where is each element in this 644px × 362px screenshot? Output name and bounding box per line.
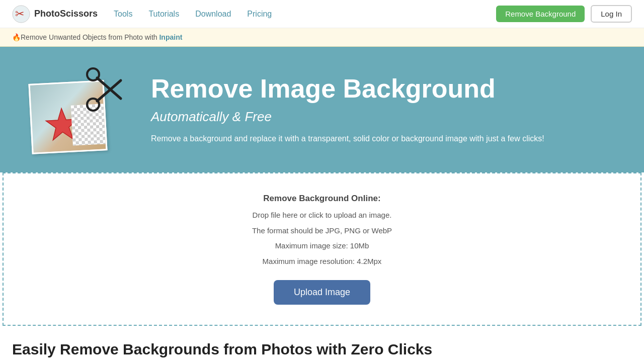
nav-right: Remove Background Log In <box>496 5 632 23</box>
hero-description: Remove a background and replace it with … <box>151 133 564 145</box>
nav-link-tools[interactable]: Tools <box>114 10 132 19</box>
announcement-bar: 🔥Remove Unwanted Objects from Photo with… <box>0 28 644 47</box>
upload-line1: Drop file here or click to upload an ima… <box>14 209 630 222</box>
svg-line-6 <box>97 80 121 101</box>
login-button[interactable]: Log In <box>591 5 632 23</box>
navbar: ✂ PhotoScissors Tools Tutorials Download… <box>0 0 644 28</box>
hero-image-area <box>20 62 136 157</box>
upload-section[interactable]: Remove Background Online: Drop file here… <box>3 172 641 326</box>
upload-line4: Maximum image resolution: 4.2Mpx <box>14 255 630 268</box>
remove-background-button[interactable]: Remove Background <box>496 6 585 22</box>
nav-link-download[interactable]: Download <box>195 10 231 19</box>
features-title: Easily Remove Backgrounds from Photos wi… <box>12 341 632 358</box>
svg-text:✂: ✂ <box>15 8 24 20</box>
nav-link-tutorials[interactable]: Tutorials <box>148 10 179 19</box>
hero-section: Remove Image Background Automatically & … <box>0 47 644 172</box>
hero-text-area: Remove Image Background Automatically & … <box>151 74 624 145</box>
features-section: Easily Remove Backgrounds from Photos wi… <box>0 326 644 362</box>
upload-line2: The format should be JPG, PNG or WebP <box>14 224 630 237</box>
nav-links: Tools Tutorials Download Pricing <box>114 10 496 19</box>
upload-title: Remove Background Online: <box>14 194 630 204</box>
logo-icon: ✂ <box>12 5 30 23</box>
hero-subtitle: Automatically & Free <box>151 109 624 125</box>
inpaint-link[interactable]: Inpaint <box>159 33 182 41</box>
upload-image-button[interactable]: Upload Image <box>274 280 370 305</box>
logo-area[interactable]: ✂ PhotoScissors <box>12 5 98 23</box>
scissors-icon <box>80 64 126 115</box>
nav-link-pricing[interactable]: Pricing <box>247 10 272 19</box>
hero-title: Remove Image Background <box>151 74 624 103</box>
logo-text: PhotoScissors <box>34 9 98 19</box>
announcement-prefix: 🔥Remove Unwanted Objects from Photo with <box>12 33 159 41</box>
upload-line3: Maximum image size: 10Mb <box>14 239 630 252</box>
svg-line-5 <box>97 78 121 99</box>
